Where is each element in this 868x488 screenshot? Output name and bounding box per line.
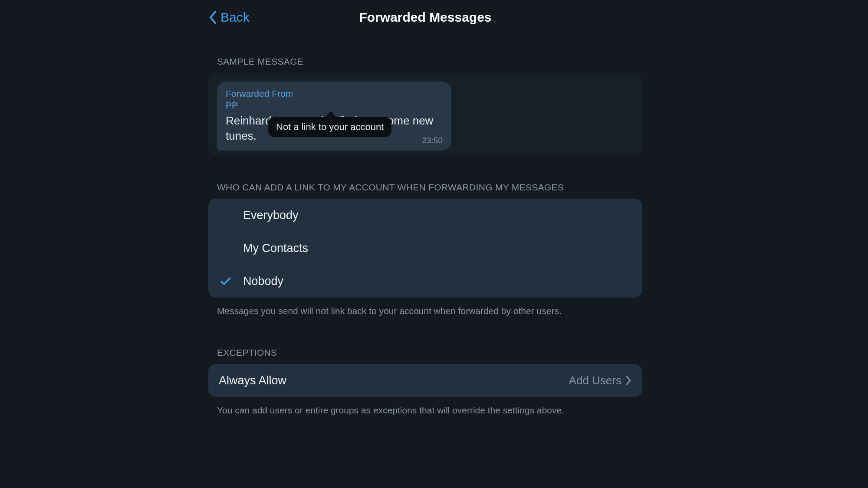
section-footer-exceptions: You can add users or entire groups as ex… (217, 404, 629, 416)
tooltip-not-a-link: Not a link to your account (268, 117, 391, 137)
settings-screen: Back Forwarded Messages SAMPLE MESSAGE F… (0, 0, 868, 488)
exceptions-group: Always Allow Add Users (208, 364, 642, 397)
who-options-group: Everybody My Contacts Nobody (208, 199, 642, 298)
content-column: Back Forwarded Messages SAMPLE MESSAGE F… (208, 0, 642, 417)
option-everybody[interactable]: Everybody (208, 199, 642, 232)
forwarded-from-name: PP (226, 99, 443, 111)
page-title: Forwarded Messages (359, 10, 491, 25)
always-allow-label: Always Allow (219, 374, 569, 387)
always-allow-row[interactable]: Always Allow Add Users (208, 364, 642, 397)
option-label-everybody: Everybody (243, 209, 299, 222)
back-label: Back (220, 10, 250, 25)
section-header-who: WHO CAN ADD A LINK TO MY ACCOUNT WHEN FO… (217, 182, 642, 193)
sample-chat-background: Forwarded From PP Reinhardt, we need to … (208, 73, 642, 155)
chevron-right-icon (626, 375, 632, 386)
section-header-sample: SAMPLE MESSAGE (217, 56, 642, 67)
option-label-nobody: Nobody (243, 275, 283, 288)
option-my-contacts[interactable]: My Contacts (208, 232, 642, 265)
option-label-my-contacts: My Contacts (243, 242, 308, 255)
always-allow-value: Add Users (569, 374, 621, 387)
sample-message-time: 23:50 (422, 136, 443, 145)
option-nobody[interactable]: Nobody (208, 265, 642, 298)
sample-section: SAMPLE MESSAGE Forwarded From PP Reinhar… (208, 56, 642, 155)
header-bar: Back Forwarded Messages (208, 0, 642, 35)
exceptions-section: EXCEPTIONS Always Allow Add Users You ca… (208, 347, 642, 416)
section-footer-who: Messages you send will not link back to … (217, 305, 629, 317)
section-header-exceptions: EXCEPTIONS (217, 347, 642, 358)
back-button[interactable]: Back (208, 0, 250, 35)
chevron-left-icon (208, 10, 217, 25)
forwarded-from-label: Forwarded From (226, 88, 443, 99)
who-section: WHO CAN ADD A LINK TO MY ACCOUNT WHEN FO… (208, 182, 642, 317)
sample-message-bubble: Forwarded From PP Reinhardt, we need to … (217, 82, 451, 151)
checkmark-icon (208, 277, 243, 285)
